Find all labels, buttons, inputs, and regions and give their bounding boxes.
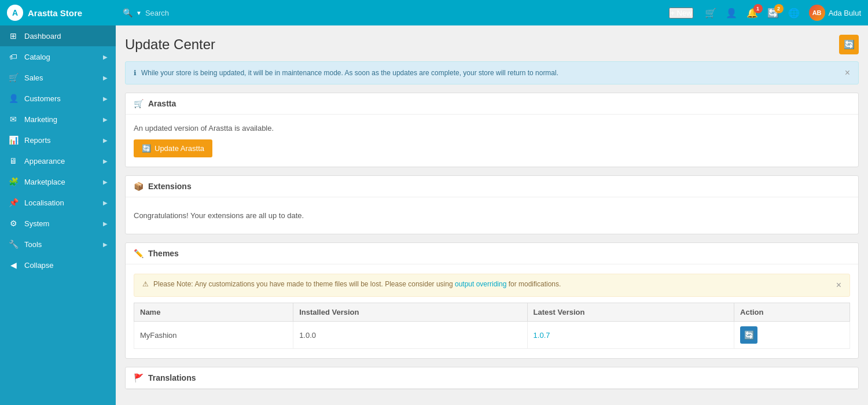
translations-section-icon: 🚩 [134, 373, 144, 382]
info-banner: ℹ While your store is being updated, it … [125, 61, 859, 84]
sidebar-item-marketing[interactable]: ✉ Marketing ▶ [0, 109, 116, 130]
sidebar-label-marketplace: Marketplace [24, 178, 65, 186]
sidebar-label-system: System [24, 219, 49, 228]
main-content: Update Center 🔄 ℹ While your store is be… [116, 25, 868, 405]
themes-section-header: ✏️ Themes [126, 243, 858, 264]
updates-icon[interactable]: 🔄 2 [767, 8, 779, 19]
theme-latest-version: 1.0.7 [527, 322, 734, 349]
search-input[interactable] [145, 9, 261, 17]
marketing-arrow-icon: ▶ [103, 116, 108, 123]
warning-text2: for modifications. [506, 280, 561, 288]
sidebar-item-reports[interactable]: 📊 Reports ▶ [0, 130, 116, 150]
sales-icon: 🛒 [8, 73, 19, 82]
layout: ⊞ Dashboard 🏷 Catalog ▶ 🛒 Sales ▶ 👤 Cust… [0, 25, 868, 405]
brand-icon: A [7, 5, 23, 21]
sidebar-label-collapse: Collapse [24, 261, 54, 270]
sidebar-label-localisation: Localisation [24, 198, 64, 207]
extensions-section-body: Congratulations! Your extensions are all… [126, 197, 858, 234]
appearance-arrow-icon: ▶ [103, 158, 108, 164]
notifications-icon[interactable]: 🔔 1 [746, 8, 758, 19]
sidebar-item-sales[interactable]: 🛒 Sales ▶ [0, 67, 116, 88]
brand[interactable]: A Arastta Store [7, 5, 123, 21]
sidebar-item-customers[interactable]: 👤 Customers ▶ [0, 88, 116, 109]
warning-close-button[interactable]: × [836, 280, 841, 290]
theme-action-cell: 🔄 [734, 322, 850, 349]
translations-section-header: 🚩 Translations [126, 367, 858, 389]
notifications-badge: 1 [753, 4, 763, 13]
themes-col-name: Name [134, 303, 293, 322]
cart-icon[interactable]: 🛒 [705, 8, 716, 19]
themes-table: Name Installed Version Latest Version Ac… [134, 303, 850, 349]
themes-warning-banner: ⚠ Please Note: Any customizations you ha… [134, 274, 850, 297]
sidebar-item-localisation[interactable]: 📌 Localisation ▶ [0, 192, 116, 213]
sidebar-item-tools[interactable]: 🔧 Tools ▶ [0, 234, 116, 255]
sidebar: ⊞ Dashboard 🏷 Catalog ▶ 🛒 Sales ▶ 👤 Cust… [0, 25, 116, 405]
sidebar-item-system[interactable]: ⚙ System ▶ [0, 213, 116, 234]
dashboard-icon: ⊞ [8, 31, 19, 41]
appearance-icon: 🖥 [8, 156, 19, 165]
updates-badge: 2 [774, 4, 784, 13]
search-dropdown-icon[interactable]: ▼ [136, 10, 142, 16]
user-menu[interactable]: AB Ada Bulut [809, 5, 861, 21]
sales-arrow-icon: ▶ [103, 75, 108, 81]
avatar: AB [809, 5, 825, 21]
table-row: MyFashion 1.0.0 1.0.7 🔄 [134, 322, 850, 349]
sidebar-label-appearance: Appearance [24, 157, 65, 165]
themes-section-icon: ✏️ [134, 249, 144, 258]
sidebar-item-collapse[interactable]: ◀ Collapse [0, 255, 116, 275]
extensions-section-title: Extensions [148, 182, 192, 191]
marketing-icon: ✉ [8, 115, 19, 124]
tools-arrow-icon: ▶ [103, 241, 108, 248]
update-arastta-button[interactable]: 🔄 Update Arastta [134, 139, 212, 157]
system-arrow-icon: ▶ [103, 220, 108, 227]
new-button[interactable]: + New [669, 8, 693, 19]
sidebar-label-reports: Reports [24, 136, 51, 145]
sidebar-item-marketplace[interactable]: 🧩 Marketplace ▶ [0, 171, 116, 192]
arastta-section-title: Arastta [148, 99, 176, 108]
extensions-message: Congratulations! Your extensions are all… [134, 207, 850, 224]
globe-icon[interactable]: 🌐 [788, 8, 800, 19]
tools-icon: 🔧 [8, 240, 19, 249]
themes-col-action: Action [734, 303, 850, 322]
themes-section-body: ⚠ Please Note: Any customizations you ha… [126, 264, 858, 358]
info-icon: ℹ [134, 69, 137, 77]
customers-icon: 👤 [8, 94, 19, 103]
localisation-icon: 📌 [8, 198, 19, 207]
sidebar-label-dashboard: Dashboard [24, 32, 61, 41]
sidebar-item-appearance[interactable]: 🖥 Appearance ▶ [0, 150, 116, 171]
catalog-arrow-icon: ▶ [103, 54, 108, 60]
search-icon[interactable]: 🔍 [123, 8, 133, 17]
extensions-section: 📦 Extensions Congratulations! Your exten… [125, 175, 859, 234]
refresh-button[interactable]: 🔄 [839, 35, 859, 54]
info-close-button[interactable]: × [845, 68, 850, 78]
brand-name: Arastta Store [28, 8, 82, 18]
topnav: A Arastta Store 🔍 ▼ + New 🛒 👤 🔔 1 🔄 2 🌐 … [0, 0, 868, 25]
page-title-row: Update Center 🔄 [125, 35, 859, 54]
theme-installed-version: 1.0.0 [293, 322, 527, 349]
localisation-arrow-icon: ▶ [103, 200, 108, 206]
topnav-right: 🛒 👤 🔔 1 🔄 2 🌐 AB Ada Bulut [705, 5, 861, 21]
search-area: 🔍 ▼ [123, 8, 669, 17]
extensions-section-header: 📦 Extensions [126, 176, 858, 197]
arastta-section: 🛒 Arastta An updated version of Arastta … [125, 93, 859, 167]
user-icon[interactable]: 👤 [726, 8, 737, 19]
output-overriding-link[interactable]: output overriding [455, 280, 506, 288]
arastta-section-icon: 🛒 [134, 99, 144, 108]
marketplace-icon: 🧩 [8, 177, 19, 186]
arastta-section-body: An updated version of Arastta is availab… [126, 115, 858, 167]
theme-update-button[interactable]: 🔄 [740, 326, 757, 344]
sidebar-label-sales: Sales [24, 73, 43, 82]
sidebar-label-catalog: Catalog [24, 53, 50, 61]
sidebar-label-tools: Tools [24, 240, 42, 249]
sidebar-item-catalog[interactable]: 🏷 Catalog ▶ [0, 46, 116, 67]
themes-section-title: Themes [148, 249, 179, 258]
translations-section: 🚩 Translations [125, 367, 859, 389]
page-title: Update Center [125, 36, 215, 53]
sidebar-item-dashboard[interactable]: ⊞ Dashboard [0, 25, 116, 46]
catalog-icon: 🏷 [8, 52, 19, 61]
theme-latest-link[interactable]: 1.0.7 [534, 331, 550, 340]
info-message: While your store is being updated, it wi… [141, 69, 558, 77]
reports-arrow-icon: ▶ [103, 137, 108, 143]
warning-text: Please Note: Any customizations you have… [153, 280, 455, 288]
marketplace-arrow-icon: ▶ [103, 179, 108, 185]
